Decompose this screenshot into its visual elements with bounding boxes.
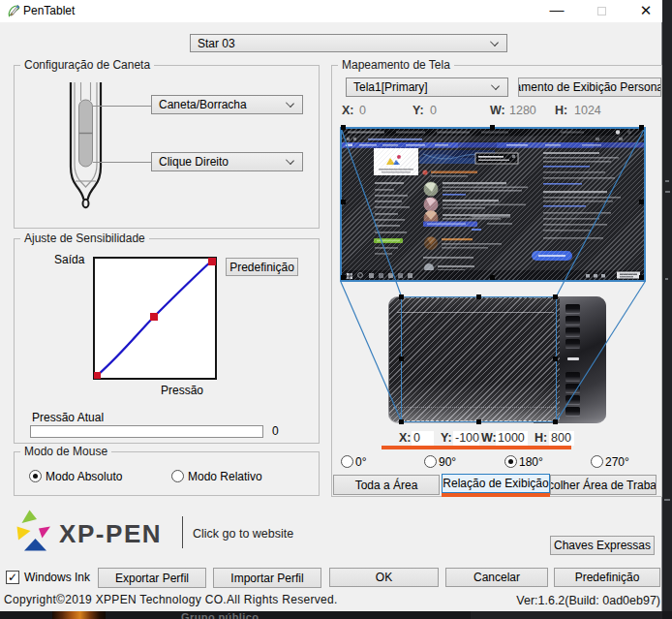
default-button[interactable]: Predefinição [554, 568, 660, 587]
pen-top-button-connector [93, 106, 151, 107]
pressure-progress-bar [30, 425, 263, 438]
copyright-text: Copyright©2019 XPPEN Technology CO.All R… [4, 593, 338, 606]
radio-rotation-270-label: 270° [605, 455, 629, 469]
full-area-button[interactable]: Toda a Área [333, 475, 440, 495]
export-profile-button[interactable]: Exportar Perfil [98, 568, 206, 588]
pen-illustration [64, 81, 108, 212]
screen-x-label: X: [342, 104, 354, 117]
chevron-down-icon [287, 157, 293, 164]
version-text: Ver:1.6.2(Build: 0ad0eb97) [513, 594, 660, 607]
screen-y-label: Y: [412, 104, 424, 117]
tablet-x-value[interactable]: 0 [412, 431, 434, 446]
xp-pen-logo-text[interactable]: XP-PEN [59, 520, 162, 548]
tablet-w-label: W: [481, 431, 497, 446]
radio-rotation-90[interactable] [424, 455, 437, 468]
tablet-selection-handle-ne[interactable] [553, 294, 558, 299]
express-key [565, 395, 580, 404]
pen-settings-group-title: Configuração de Caneta [20, 58, 154, 72]
tablet-y-value[interactable]: -100 [453, 431, 479, 446]
import-profile-button[interactable]: Importar Perfil [213, 568, 321, 588]
express-key [565, 407, 580, 416]
tablet-selection-handle-w[interactable] [399, 356, 404, 361]
website-link-label[interactable]: Click go to website [193, 527, 293, 541]
tablet-selection-handle-e[interactable] [553, 356, 558, 361]
screen-selection-handle-sw[interactable] [341, 275, 346, 280]
radio-absolute-mode-label: Modo Absoluto [46, 470, 122, 483]
xp-pen-logo-icon[interactable] [14, 509, 54, 553]
screen-w-value: 1280 [509, 104, 536, 117]
radio-rotation-180-label: 180° [519, 455, 543, 469]
current-pressure-label: Pressão Atual [32, 411, 104, 424]
express-key [565, 372, 580, 381]
minimize-button[interactable]: — [542, 0, 571, 22]
express-key [565, 339, 580, 348]
close-icon: ✕ [640, 2, 653, 18]
screen-x-value: 0 [359, 104, 366, 117]
radio-relative-mode-label: Modo Relativo [188, 470, 262, 483]
express-key [565, 384, 580, 392]
express-key [565, 327, 580, 336]
pentablet-app-icon [6, 3, 22, 19]
cancel-button[interactable]: Cancelar [445, 568, 548, 587]
mapping-hatch-overlay [342, 129, 644, 280]
mouse-mode-group-title: Modo de Mouse [20, 445, 111, 458]
radio-rotation-270[interactable] [591, 455, 603, 468]
pen-bottom-button-select[interactable]: Clique Direito [151, 152, 303, 171]
close-button[interactable]: ✕ [631, 0, 660, 22]
screen-selection-handle-nw[interactable] [341, 125, 346, 130]
tablet-selection-handle-se[interactable] [553, 419, 558, 424]
radio-relative-mode[interactable] [171, 470, 184, 482]
screen-selection-handle-s[interactable] [490, 275, 495, 280]
x-axis-label: Pressão [153, 384, 211, 397]
tablet-selection-handle-sw[interactable] [399, 419, 404, 424]
pen-settings-group [14, 65, 320, 229]
tablet-w-value[interactable]: 1000 [496, 431, 528, 446]
display-mapping-button[interactable]: Mapeamento de Exibição Personalizado [518, 77, 661, 97]
screen-selection-handle-e[interactable] [639, 200, 644, 204]
maximize-button[interactable] [587, 0, 616, 22]
maximize-icon [597, 7, 606, 15]
monitor-select[interactable]: Tela1[Primary] [346, 77, 508, 97]
pen-top-button-value: Caneta/Borracha [159, 98, 247, 111]
profile-select[interactable]: Star 03 [190, 34, 507, 52]
tablet-selection-rect[interactable] [401, 296, 557, 422]
screen-selection-handle-n[interactable] [490, 125, 495, 130]
monitor-select-value: Tela1[Primary] [353, 80, 428, 94]
work-area-button[interactable]: Escolher Área de Trabalho [550, 475, 657, 495]
pressure-curve[interactable] [93, 257, 217, 380]
screen-y-value: 0 [430, 104, 437, 117]
ok-button[interactable]: OK [329, 568, 439, 587]
pen-top-button-select[interactable]: Caneta/Borracha [151, 95, 303, 114]
windows-ink-checkbox[interactable]: ✓ [6, 571, 19, 584]
profile-select-value: Star 03 [198, 37, 235, 50]
title-bar: PenTablet — ✕ [0, 0, 662, 22]
tablet-selection-handle-s[interactable] [476, 419, 481, 424]
radio-rotation-90-label: 90° [439, 455, 456, 469]
logo-divider [182, 516, 183, 548]
radio-rotation-0[interactable] [341, 455, 353, 468]
tablet-h-label: H: [535, 431, 547, 446]
tablet-h-value[interactable]: 800 [549, 431, 574, 446]
background-app-bottom-strip: Grupo público [0, 611, 672, 619]
radio-rotation-0-label: 0° [355, 455, 366, 469]
radio-rotation-180[interactable] [504, 455, 517, 468]
tablet-y-label: Y: [441, 431, 452, 446]
windows-ink-label: Windows Ink [24, 571, 90, 584]
sensitivity-preset-button[interactable]: Predefinição [226, 258, 298, 276]
screen-w-label: W: [490, 104, 505, 117]
radio-absolute-mode[interactable] [29, 470, 42, 482]
display-ratio-highlight-underline [442, 493, 550, 497]
screen-selection-handle-se[interactable] [639, 275, 644, 280]
screen-mapping-group-title: Mapeamento de Tela [338, 58, 454, 72]
pressure-value: 0 [272, 424, 279, 438]
screen-selection-handle-w[interactable] [341, 200, 346, 204]
tablet-selection-handle-nw[interactable] [399, 294, 404, 299]
display-ratio-button[interactable]: Relação de Exibição [442, 474, 550, 493]
screen-selection-handle-ne[interactable] [639, 125, 644, 130]
tablet-selection-handle-n[interactable] [476, 294, 481, 299]
express-keys-button[interactable]: Chaves Expressas [550, 536, 655, 555]
background-video-thumbnail [52, 611, 106, 619]
screen-mapping-preview[interactable] [340, 127, 646, 282]
background-group-label: Grupo público [181, 612, 259, 619]
chevron-down-icon [491, 39, 498, 46]
